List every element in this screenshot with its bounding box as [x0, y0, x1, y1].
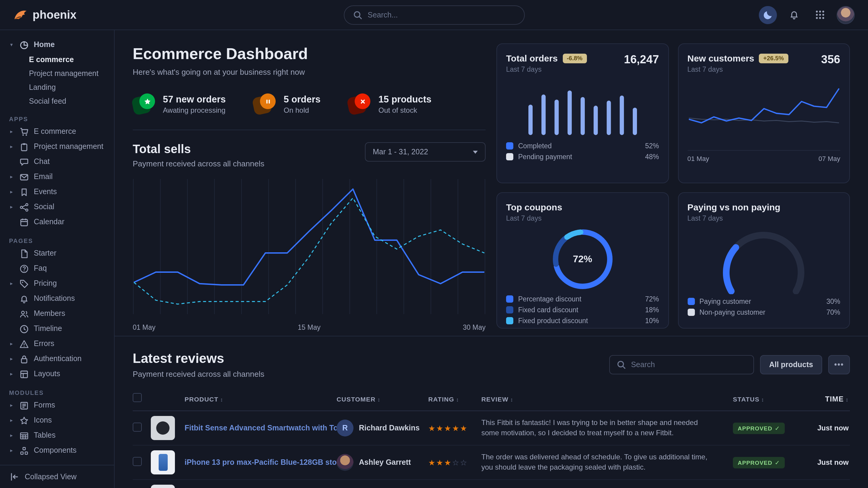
sidebar-item-authentication[interactable]: ▸Authentication	[0, 352, 114, 366]
stat-item-out-of-stock: 15 productsOut of stock	[348, 93, 432, 115]
caret-right-icon: ▸	[8, 402, 14, 409]
column-header-review[interactable]: REVIEW↕	[482, 395, 733, 402]
reviews-search[interactable]	[609, 355, 754, 375]
warning-icon	[19, 339, 29, 349]
row-checkbox[interactable]	[133, 422, 142, 431]
status-badge: APPROVED✓	[733, 423, 785, 434]
sidebar-item-project-management[interactable]: ▸Project management	[0, 139, 114, 154]
bell-icon	[19, 294, 29, 303]
collapsed-view-toggle[interactable]: Collapsed View	[0, 465, 114, 488]
product-image-cell	[151, 416, 185, 440]
row-checkbox[interactable]	[133, 457, 142, 466]
sidebar-section-title-pages: PAGES	[9, 237, 114, 244]
row-checkbox-cell	[133, 422, 151, 434]
sidebar-subitem-landing[interactable]: Landing	[0, 80, 114, 94]
legend-value: 48%	[645, 153, 659, 160]
column-header-product[interactable]: PRODUCT↕	[185, 395, 337, 402]
top-navbar: phoenix	[0, 0, 868, 30]
chat-icon	[19, 157, 29, 167]
brand[interactable]: phoenix	[13, 7, 76, 22]
legend-swatch	[506, 306, 513, 314]
sort-icon: ↕	[846, 396, 849, 402]
date-range-value: Mar 1 - 31, 2022	[373, 148, 428, 156]
sidebar-item-layouts[interactable]: ▸Layouts	[0, 366, 114, 382]
layout-icon	[19, 369, 29, 379]
main-content: Ecommerce Dashboard Here's what's going …	[115, 30, 868, 488]
sidebar-item-label: Social	[34, 202, 54, 212]
sidebar-item-events[interactable]: ▸Events	[0, 185, 114, 199]
card-period: Last 7 days	[687, 215, 840, 222]
table-header: PRODUCT↕CUSTOMER↕RATING↕REVIEW↕STATUS↕TI…	[133, 389, 850, 411]
column-header-status[interactable]: STATUS↕	[733, 395, 804, 402]
chevron-down-icon	[473, 151, 478, 154]
paying-gauge-chart	[704, 224, 824, 294]
table-row: iPhone 13 pro max-Pacific Blue-128GB sto…	[133, 446, 850, 480]
sidebar-item-social[interactable]: ▸Social	[0, 199, 114, 215]
total-orders-card: Total orders -6.8% Last 7 days 16,247 Co…	[496, 43, 669, 183]
customer-cell: RRichard Dawkins	[337, 420, 428, 436]
clock-icon	[19, 324, 29, 334]
column-header-time[interactable]: TIME↕	[804, 395, 850, 403]
legend-row-percentage-discount: Percentage discount72%	[506, 295, 659, 303]
sidebar-subitem-social-feed[interactable]: Social feed	[0, 94, 114, 108]
sidebar-item-errors[interactable]: ▸Errors	[0, 336, 114, 352]
brand-name: phoenix	[33, 8, 76, 22]
sidebar-item-pricing[interactable]: ▸Pricing	[0, 276, 114, 291]
sidebar-subitem-e-commerce[interactable]: E commerce	[0, 53, 114, 66]
sidebar-item-forms[interactable]: ▸Forms	[0, 398, 114, 413]
sidebar-item-timeline[interactable]: Timeline	[0, 321, 114, 336]
sidebar-item-e-commerce[interactable]: ▸E commerce	[0, 124, 114, 139]
notifications-button[interactable]	[785, 6, 803, 24]
theme-toggle-button[interactable]	[759, 6, 777, 24]
sidebar-item-email[interactable]: ▸Email	[0, 169, 114, 185]
legend-value: 52%	[645, 142, 659, 150]
column-header-rating[interactable]: RATING↕	[428, 395, 482, 402]
product-link[interactable]: iPhone 13 pro max-Pacific Blue-128GB sto…	[185, 458, 337, 466]
share-icon	[19, 202, 29, 212]
status-cell: APPROVED✓	[733, 456, 804, 468]
column-header-customer[interactable]: CUSTOMER↕	[337, 395, 428, 402]
global-search[interactable]	[343, 5, 525, 24]
sidebar-item-members[interactable]: Members	[0, 306, 114, 321]
user-avatar[interactable]	[837, 6, 855, 24]
sidebar-item-faq[interactable]: Faq	[0, 261, 114, 276]
sort-icon: ↕	[510, 396, 513, 402]
reviews-search-input[interactable]	[631, 360, 747, 369]
product-cell: iPhone 13 pro max-Pacific Blue-128GB sto…	[185, 458, 337, 466]
legend-swatch	[506, 142, 513, 150]
date-range-select[interactable]: Mar 1 - 31, 2022	[365, 142, 486, 162]
sidebar-item-home[interactable]: ▾ Home	[0, 37, 114, 53]
sidebar-item-starter[interactable]: Starter	[0, 246, 114, 261]
product-link[interactable]: Fitbit Sense Advanced Smartwatch with To…	[185, 424, 337, 432]
sidebar-item-calendar[interactable]: Calendar	[0, 215, 114, 230]
apps-menu-button[interactable]	[811, 6, 829, 24]
product-image	[151, 416, 175, 440]
sidebar-item-label: Starter	[34, 249, 56, 258]
customer-name: Richard Dawkins	[359, 424, 420, 432]
sidebar-item-label: Email	[34, 172, 53, 182]
all-products-button[interactable]: All products	[760, 355, 822, 375]
sidebar-item-tables[interactable]: ▸Tables	[0, 428, 114, 443]
search-input[interactable]	[368, 10, 516, 19]
legend-row-non-paying-customer: Non-paying customer70%	[687, 308, 840, 316]
sidebar-item-components[interactable]: ▸Components	[0, 443, 114, 458]
sidebar-item-chat[interactable]: Chat	[0, 154, 114, 169]
check-icon: ✓	[775, 425, 780, 432]
pause-stat-icon	[254, 93, 277, 115]
stat-item-on-hold: 5 ordersOn hold	[254, 93, 320, 115]
users-icon	[19, 309, 29, 319]
pie-chart-icon	[19, 40, 29, 50]
sidebar-item-icons[interactable]: ▸Icons	[0, 413, 114, 428]
product-cell: Fitbit Sense Advanced Smartwatch with To…	[185, 424, 337, 432]
select-all-checkbox[interactable]	[133, 393, 142, 402]
sidebar-item-notifications[interactable]: Notifications	[0, 291, 114, 306]
stat-text: 57 new ordersAwating processing	[163, 94, 226, 115]
card-title: New customers	[687, 53, 754, 63]
stats-row: 57 new ordersAwating processing5 ordersO…	[133, 93, 486, 115]
more-options-button[interactable]: •••	[828, 355, 850, 375]
sidebar-section-title-modules: MODULES	[9, 389, 114, 396]
legend-label: Paying customer	[700, 298, 751, 305]
sidebar-subitem-project-management[interactable]: Project management	[0, 66, 114, 80]
caret-right-icon: ▸	[8, 371, 14, 377]
search-icon	[617, 360, 626, 369]
